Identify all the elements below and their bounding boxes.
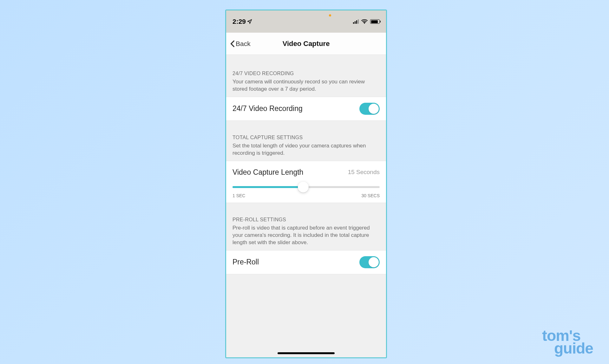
back-label: Back — [236, 40, 251, 48]
row-label-247: 24/7 Video Recording — [232, 104, 303, 113]
orange-dot-indicator-icon — [329, 14, 331, 16]
home-indicator[interactable] — [278, 352, 335, 354]
section-desc-preroll: Pre-roll is video that is captured befor… — [232, 224, 380, 246]
status-bar: 2:29 — [226, 10, 386, 33]
slider-fill — [232, 186, 303, 188]
battery-icon — [370, 19, 380, 24]
section-title-capture: TOTAL CAPTURE SETTINGS — [232, 135, 380, 140]
section-header-preroll: PRE-ROLL SETTINGS Pre-roll is video that… — [226, 203, 386, 250]
status-icons — [353, 19, 380, 24]
wifi-icon — [361, 19, 368, 24]
section-title-preroll: PRE-ROLL SETTINGS — [232, 217, 380, 223]
row-preroll: Pre-Roll — [226, 250, 386, 274]
page-title: Video Capture — [283, 40, 330, 48]
toggle-247-recording[interactable] — [359, 103, 380, 115]
row-capture-length: Video Capture Length 15 Seconds 1 SEC 30… — [226, 161, 386, 203]
row-247-recording: 24/7 Video Recording — [226, 97, 386, 121]
slider-max-label: 30 SECS — [361, 193, 380, 198]
toggle-knob-icon — [369, 257, 379, 267]
back-button[interactable]: Back — [230, 40, 251, 48]
section-header-247: 24/7 VIDEO RECORDING Your camera will co… — [226, 55, 386, 97]
capture-length-label: Video Capture Length — [232, 168, 303, 177]
capture-length-value: 15 Seconds — [348, 169, 380, 176]
section-title-247: 24/7 VIDEO RECORDING — [232, 71, 380, 76]
toggle-preroll[interactable] — [359, 256, 380, 268]
capture-length-slider[interactable] — [232, 186, 380, 188]
chevron-left-icon — [230, 40, 235, 47]
section-desc-247: Your camera will continuously record so … — [232, 78, 380, 93]
cellular-signal-icon — [353, 19, 359, 24]
slider-thumb[interactable] — [298, 182, 309, 192]
nav-header: Back Video Capture — [226, 33, 386, 55]
status-time: 2:29 — [232, 18, 252, 25]
svg-point-0 — [364, 23, 365, 24]
phone-frame: 2:29 Back Video Capture — [225, 10, 387, 358]
location-arrow-icon — [247, 19, 252, 24]
time-text: 2:29 — [232, 18, 246, 25]
watermark-logo: tom's guide — [542, 329, 593, 354]
section-desc-capture: Set the total length of video your camer… — [232, 142, 380, 157]
slider-min-label: 1 SEC — [232, 193, 245, 198]
row-label-preroll: Pre-Roll — [232, 258, 259, 266]
toggle-knob-icon — [369, 104, 379, 114]
content-area: 24/7 VIDEO RECORDING Your camera will co… — [226, 55, 386, 274]
section-header-capture: TOTAL CAPTURE SETTINGS Set the total len… — [226, 121, 386, 161]
